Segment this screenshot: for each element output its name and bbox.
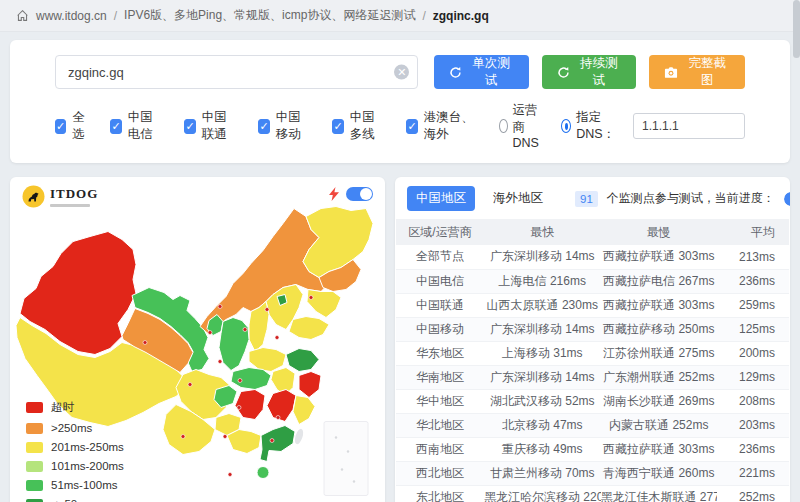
legend-label: 超时 bbox=[51, 400, 74, 415]
checkbox-icon bbox=[110, 119, 121, 134]
dns-radio-carrier[interactable]: 运营商DNS bbox=[499, 102, 547, 150]
checkbox-icon bbox=[55, 119, 66, 134]
radio-label: 运营商DNS bbox=[513, 102, 548, 150]
filter-checkbox[interactable]: 中国电信 bbox=[110, 109, 163, 143]
search-card: ✕ 单次测试 持续测试 完整 bbox=[10, 40, 790, 163]
slowest-cell: 西藏拉萨联通 303ms bbox=[601, 437, 718, 461]
filter-checkbox-group: 全选中国电信中国联通中国移动中国多线港澳台、海外 bbox=[55, 109, 499, 143]
checkbox-label: 中国电信 bbox=[128, 109, 164, 143]
monitor-progress-text: 个监测点参与测试，当前进度： bbox=[607, 190, 775, 207]
filter-checkbox[interactable]: 中国联通 bbox=[184, 109, 237, 143]
fastest-cell: 甘肃兰州移动 70ms bbox=[484, 461, 601, 485]
fastest-cell: 广东深圳移动 14ms bbox=[484, 317, 601, 341]
region-cell: 中国电信 bbox=[396, 269, 484, 293]
filter-checkbox[interactable]: 港澳台、海外 bbox=[406, 109, 478, 143]
lightning-icon bbox=[329, 187, 339, 201]
legend-item: 101ms-200ms bbox=[26, 460, 124, 472]
legend-label: 201ms-250ms bbox=[51, 441, 124, 453]
legend-item: 201ms-250ms bbox=[26, 441, 124, 453]
dns-server-input[interactable] bbox=[633, 113, 745, 139]
refresh-icon bbox=[449, 66, 462, 79]
legend-swatch bbox=[26, 499, 43, 502]
region-cell: 东北地区 bbox=[396, 485, 484, 502]
filter-checkbox[interactable]: 全选 bbox=[55, 109, 89, 143]
table-row: 西北地区甘肃兰州移动 70ms青海西宁联通 260ms221ms bbox=[396, 461, 789, 485]
fastest-cell: 上海电信 216ms bbox=[484, 269, 601, 293]
repeat-icon bbox=[557, 66, 570, 79]
breadcrumb-separator: / bbox=[422, 9, 425, 23]
scrollbar-thumb[interactable] bbox=[793, 0, 800, 58]
avg-cell: 125ms bbox=[717, 317, 789, 341]
slowest-cell: 黑龙江佳木斯联通 277ms bbox=[601, 485, 718, 502]
legend-item: <=50ms bbox=[26, 498, 124, 502]
legend-item: >250ms bbox=[26, 422, 124, 434]
map-card: ITDOG bbox=[10, 177, 385, 502]
legend-label: 51ms-100ms bbox=[51, 479, 117, 491]
fastest-cell: 北京移动 47ms bbox=[484, 413, 601, 437]
region-cell: 华南地区 bbox=[396, 365, 484, 389]
radio-icon bbox=[561, 119, 571, 133]
map-mode-toggle[interactable] bbox=[346, 187, 373, 201]
fastest-cell: 重庆移动 49ms bbox=[484, 437, 601, 461]
table-header-cell: 平均 bbox=[717, 219, 789, 245]
table-row: 华中地区湖北武汉移动 52ms湖南长沙联通 269ms208ms bbox=[396, 389, 789, 413]
south-china-sea-inset bbox=[324, 422, 368, 496]
region-cell: 中国移动 bbox=[396, 317, 484, 341]
legend-swatch bbox=[26, 442, 43, 453]
avg-cell: 236ms bbox=[717, 269, 789, 293]
avg-cell: 213ms bbox=[717, 245, 789, 269]
region-cell: 西北地区 bbox=[396, 461, 484, 485]
breadcrumb-site[interactable]: www.itdog.cn bbox=[36, 9, 107, 23]
legend-item: 超时 bbox=[26, 400, 124, 415]
fastest-cell: 上海移动 31ms bbox=[484, 341, 601, 365]
results-table-body: 全部节点广东深圳移动 14ms西藏拉萨联通 303ms213ms中国电信上海电信… bbox=[396, 245, 789, 502]
dns-radio-custom[interactable]: 指定DNS： bbox=[561, 109, 619, 143]
avg-cell: 200ms bbox=[717, 341, 789, 365]
slowest-cell: 西藏拉萨移动 250ms bbox=[601, 317, 718, 341]
checkbox-label: 中国联通 bbox=[202, 109, 238, 143]
avg-cell: 259ms bbox=[717, 293, 789, 317]
itdog-logo: ITDOG bbox=[22, 185, 98, 208]
slowest-cell: 江苏徐州联通 275ms bbox=[601, 341, 718, 365]
table-row: 中国联通山西太原联通 230ms西藏拉萨联通 303ms259ms bbox=[396, 293, 789, 317]
table-header-cell: 最慢 bbox=[601, 219, 718, 245]
radio-label: 指定DNS： bbox=[576, 109, 619, 143]
breadcrumb-current: zgqinc.gq bbox=[433, 9, 489, 23]
slowest-cell: 西藏拉萨电信 267ms bbox=[601, 269, 718, 293]
legend-swatch bbox=[26, 480, 43, 491]
avg-cell: 252ms bbox=[717, 485, 789, 502]
breadcrumb-path: IPV6版、多地Ping、常规版、icmp协议、网络延迟测试 bbox=[124, 7, 415, 24]
avg-cell: 221ms bbox=[717, 461, 789, 485]
region-cell: 华中地区 bbox=[396, 389, 484, 413]
table-header-row: 区域/运营商最快最慢平均 bbox=[396, 219, 789, 245]
region-cell: 西南地区 bbox=[396, 437, 484, 461]
home-icon bbox=[16, 9, 29, 22]
avg-cell: 208ms bbox=[717, 389, 789, 413]
avg-cell: 236ms bbox=[717, 437, 789, 461]
region-cell: 华北地区 bbox=[396, 413, 484, 437]
full-screenshot-button[interactable]: 完整截图 bbox=[649, 55, 745, 89]
monitor-count-badge: 91 bbox=[575, 191, 598, 207]
results-table: 区域/运营商最快最慢平均 全部节点广东深圳移动 14ms西藏拉萨联通 303ms… bbox=[396, 219, 789, 502]
tab-overseas-region[interactable]: 海外地区 bbox=[484, 186, 552, 211]
fastest-cell: 湖北武汉移动 52ms bbox=[484, 389, 601, 413]
table-row: 东北地区黑龙江哈尔滨移动 220ms黑龙江佳木斯联通 277ms252ms bbox=[396, 485, 789, 502]
taiwan-shape bbox=[293, 428, 305, 445]
fastest-cell: 广东深圳移动 14ms bbox=[484, 245, 601, 269]
clear-input-icon[interactable]: ✕ bbox=[394, 65, 409, 80]
single-test-label: 单次测试 bbox=[468, 55, 514, 89]
table-row: 华南地区广东深圳移动 14ms广东潮州联通 252ms129ms bbox=[396, 365, 789, 389]
logo-subtext-bar bbox=[50, 204, 90, 207]
tab-china-region[interactable]: 中国地区 bbox=[407, 186, 475, 211]
continuous-test-button[interactable]: 持续测试 bbox=[542, 55, 637, 89]
region-cell: 中国联通 bbox=[396, 293, 484, 317]
slowest-cell: 内蒙古联通 252ms bbox=[601, 413, 718, 437]
table-row: 华东地区上海移动 31ms江苏徐州联通 275ms200ms bbox=[396, 341, 789, 365]
target-host-input[interactable] bbox=[55, 55, 418, 89]
single-test-button[interactable]: 单次测试 bbox=[434, 55, 529, 89]
filter-checkbox[interactable]: 中国多线 bbox=[332, 109, 385, 143]
dns-radio-group: 运营商DNS 指定DNS： bbox=[499, 102, 745, 150]
toggle-knob bbox=[360, 188, 372, 200]
filter-checkbox[interactable]: 中国移动 bbox=[258, 109, 311, 143]
map-legend: 超时>250ms201ms-250ms101ms-200ms51ms-100ms… bbox=[26, 400, 124, 502]
